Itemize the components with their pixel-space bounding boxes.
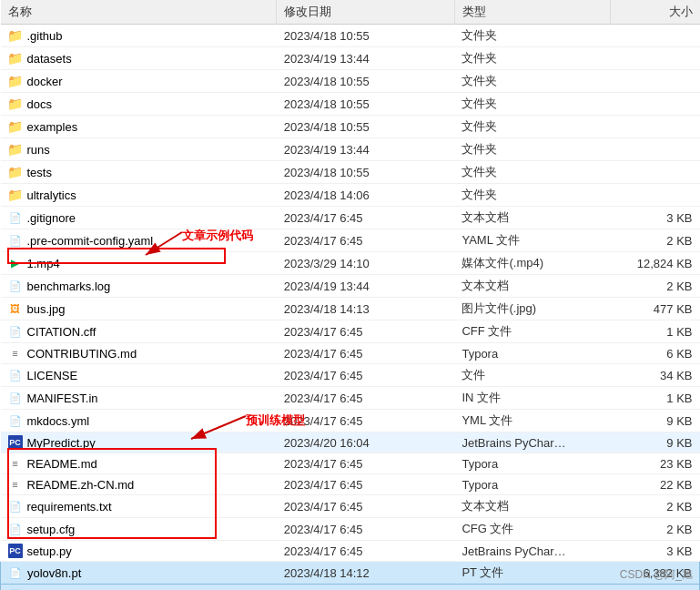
file-name: setup.cfg xyxy=(27,523,76,536)
table-row[interactable]: 📁 examples 2023/4/18 10:55 文件夹 xyxy=(1,116,700,138)
file-type: TORCHSCRIPT … xyxy=(454,585,610,591)
folder-icon: 📁 xyxy=(8,188,23,202)
table-row[interactable]: 📄 MANIFEST.in 2023/4/17 6:45 IN 文件 1 KB xyxy=(1,387,700,410)
file-name: CITATION.cff xyxy=(27,325,96,339)
table-row[interactable]: 📄 CITATION.cff 2023/4/17 6:45 CFF 文件 1 K… xyxy=(1,320,700,343)
file-name: LICENSE xyxy=(27,369,78,382)
table-row[interactable]: ≡ CONTRIBUTING.md 2023/4/17 6:45 Typora … xyxy=(1,343,700,364)
col-type[interactable]: 类型 xyxy=(454,0,610,25)
file-date: 2023/4/17 6:45 xyxy=(277,387,455,410)
name-cell: ≡ README.zh-CN.md xyxy=(1,474,277,495)
file-size: 12,824 KB xyxy=(611,252,700,275)
table-row[interactable]: 📄 LICENSE 2023/4/17 6:45 文件 34 KB xyxy=(1,364,700,387)
file-date: 2023/4/18 10:55 xyxy=(277,93,455,116)
file-type: 文件夹 xyxy=(454,116,610,138)
table-row[interactable]: 📄 yolov8n.torchscript 2023/4/19 14:05 TO… xyxy=(1,585,700,591)
table-row[interactable]: ≡ README.zh-CN.md 2023/4/17 6:45 Typora … xyxy=(1,474,700,495)
table-row[interactable]: ▶ 1.mp4 2023/3/29 14:10 媒体文件(.mp4) 12,82… xyxy=(1,252,700,275)
file-icon: 📄 xyxy=(8,413,23,428)
table-row[interactable]: 📁 datasets 2023/4/19 13:44 文件夹 xyxy=(1,47,700,70)
table-row[interactable]: PC setup.py 2023/4/17 6:45 JetBrains PyC… xyxy=(1,541,700,562)
file-size xyxy=(611,93,700,116)
name-cell: 🖼 bus.jpg xyxy=(1,298,277,320)
table-row[interactable]: 📄 .pre-commit-config.yaml 2023/4/17 6:45… xyxy=(1,229,700,252)
folder-icon: 📁 xyxy=(8,165,23,179)
file-name: MANIFEST.in xyxy=(27,392,98,405)
file-size: 6,382 KB xyxy=(611,562,700,585)
name-cell: 📁 .github xyxy=(1,25,277,47)
table-row[interactable]: 📁 docker 2023/4/18 10:55 文件夹 xyxy=(1,70,700,93)
file-type: 文件夹 xyxy=(454,138,610,161)
md-icon: ≡ xyxy=(8,346,23,361)
file-date: 2023/4/17 6:45 xyxy=(277,518,455,541)
file-size: 12,712 KB xyxy=(611,585,700,591)
name-cell: 📄 setup.cfg xyxy=(1,518,277,541)
file-type: 文本文档 xyxy=(454,207,610,229)
file-type: 文本文档 xyxy=(454,275,610,298)
file-date: 2023/4/18 10:55 xyxy=(277,70,455,93)
file-type: Typora xyxy=(454,474,610,495)
file-date: 2023/4/19 13:44 xyxy=(277,138,455,161)
name-cell: 📄 MANIFEST.in xyxy=(1,387,277,410)
table-row[interactable]: 📄 benchmarks.log 2023/4/19 13:44 文本文档 2 … xyxy=(1,275,700,298)
file-name: README.zh-CN.md xyxy=(27,478,135,492)
file-name: CONTRIBUTING.md xyxy=(27,347,137,361)
file-size xyxy=(611,161,700,184)
file-size: 22 KB xyxy=(611,474,700,495)
file-date: 2023/4/17 6:45 xyxy=(277,495,455,518)
file-date: 2023/4/17 6:45 xyxy=(277,320,455,343)
table-row[interactable]: 📁 ultralytics 2023/4/18 14:06 文件夹 xyxy=(1,184,700,207)
name-cell: ▶ 1.mp4 xyxy=(1,252,277,275)
file-icon: 📄 xyxy=(8,565,23,580)
file-size xyxy=(611,138,700,161)
file-size: 9 KB xyxy=(611,410,700,432)
name-cell: 📁 tests xyxy=(1,161,277,184)
name-cell: 📄 yolov8n.pt xyxy=(1,562,277,585)
name-cell: 📄 requirements.txt xyxy=(1,495,277,518)
col-date[interactable]: 修改日期 xyxy=(277,0,455,25)
name-cell: PC MyPredict.py xyxy=(1,432,277,453)
file-name: .gitignore xyxy=(27,211,76,225)
file-size: 34 KB xyxy=(611,364,700,387)
folder-icon: 📁 xyxy=(8,74,23,88)
table-row[interactable]: 📄 requirements.txt 2023/4/17 6:45 文本文档 2… xyxy=(1,495,700,518)
file-name: .pre-commit-config.yaml xyxy=(27,234,154,248)
file-date: 2023/4/18 10:55 xyxy=(277,161,455,184)
table-row[interactable]: 📄 mkdocs.yml 2023/4/17 6:45 YML 文件 9 KB xyxy=(1,410,700,432)
file-size xyxy=(611,184,700,207)
name-cell: 📁 datasets xyxy=(1,47,277,70)
table-row[interactable]: 📁 runs 2023/4/19 13:44 文件夹 xyxy=(1,138,700,161)
table-row[interactable]: 📁 .github 2023/4/18 10:55 文件夹 xyxy=(1,25,700,47)
file-type: YML 文件 xyxy=(454,410,610,432)
file-name: yolov8n.pt xyxy=(27,566,81,580)
name-cell: 📄 .gitignore xyxy=(1,207,277,229)
table-row[interactable]: ≡ README.md 2023/4/17 6:45 Typora 23 KB xyxy=(1,453,700,474)
table-row[interactable]: 📁 docs 2023/4/18 10:55 文件夹 xyxy=(1,93,700,116)
table-row[interactable]: PC MyPredict.py 2023/4/20 16:04 JetBrain… xyxy=(1,432,700,453)
name-cell: 📁 docker xyxy=(1,70,277,93)
file-type: JetBrains PyChar… xyxy=(454,432,610,453)
table-row[interactable]: 📁 tests 2023/4/18 10:55 文件夹 xyxy=(1,161,700,184)
file-type: 文件夹 xyxy=(454,161,610,184)
file-date: 2023/4/17 6:45 xyxy=(277,207,455,229)
file-type: 文件夹 xyxy=(454,184,610,207)
file-name: README.md xyxy=(27,457,97,471)
table-row[interactable]: 📄 setup.cfg 2023/4/17 6:45 CFG 文件 2 KB xyxy=(1,518,700,541)
pc-icon: PC xyxy=(8,435,23,450)
file-type: CFG 文件 xyxy=(454,518,610,541)
table-row[interactable]: 🖼 bus.jpg 2023/4/18 14:13 图片文件(.jpg) 477… xyxy=(1,298,700,320)
name-cell: 📄 yolov8n.torchscript xyxy=(1,585,277,591)
file-size xyxy=(611,116,700,138)
file-type: IN 文件 xyxy=(454,387,610,410)
table-row[interactable]: 📄 yolov8n.pt 2023/4/18 14:12 PT 文件 6,382… xyxy=(1,562,700,585)
name-cell: 📁 runs xyxy=(1,138,277,161)
file-icon: 📄 xyxy=(8,499,23,514)
file-date: 2023/4/19 13:44 xyxy=(277,275,455,298)
col-name[interactable]: 名称 xyxy=(1,0,277,25)
file-name: docker xyxy=(27,75,63,88)
col-size[interactable]: 大小 xyxy=(611,0,700,25)
name-cell: 📁 ultralytics xyxy=(1,184,277,207)
file-icon: 📄 xyxy=(8,391,23,405)
table-row[interactable]: 📄 .gitignore 2023/4/17 6:45 文本文档 3 KB xyxy=(1,207,700,229)
file-name: examples xyxy=(27,120,78,134)
